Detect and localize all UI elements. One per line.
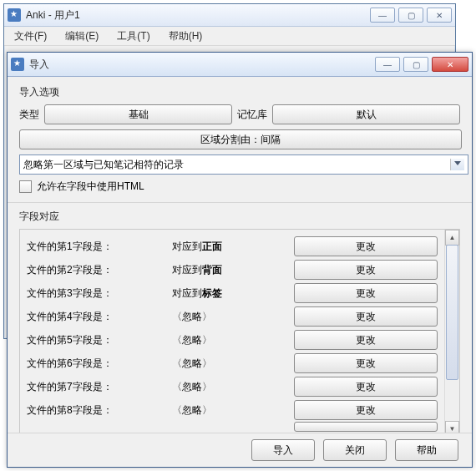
dialog-footer: 导入 关闭 帮助 [8, 433, 472, 467]
field-mapping-area: 文件的第1字段是：对应到正面更改文件的第2字段是：对应到背面更改文件的第3字段是… [19, 229, 460, 438]
import-button[interactable]: 导入 [251, 439, 315, 461]
mapped-to-label: 〈忽略〉 [172, 357, 289, 371]
change-mapping-button[interactable]: 更改 [294, 306, 438, 327]
file-field-label: 文件的第3字段是： [27, 286, 169, 301]
menu-edit[interactable]: 编辑(E) [62, 28, 102, 45]
main-title: Anki - 用户1 [26, 8, 80, 23]
maximize-button[interactable]: ▢ [398, 8, 423, 23]
app-icon [11, 58, 24, 71]
field-mapping-list: 文件的第1字段是：对应到正面更改文件的第2字段是：对应到背面更改文件的第3字段是… [20, 230, 444, 437]
main-window-controls: — ▢ ✕ [370, 8, 452, 23]
import-title: 导入 [29, 58, 49, 72]
field-mapping-row: 文件的第1字段是：对应到正面更改 [27, 235, 438, 258]
mapped-to-label: 〈忽略〉 [172, 403, 289, 418]
menu-help[interactable]: 帮助(H) [165, 28, 206, 45]
help-button[interactable]: 帮助 [395, 439, 458, 461]
dedupe-value: 忽略第一区域与已知笔记相符的记录 [23, 158, 184, 172]
field-mapping-row: 文件的第3字段是：对应到标签更改 [27, 281, 438, 305]
field-mapping-row: 文件的第4字段是：〈忽略〉更改 [27, 305, 438, 328]
scrollbar[interactable]: ▲ ▼ [444, 230, 459, 437]
scroll-up-button[interactable]: ▲ [445, 230, 459, 246]
file-field-label: 文件的第4字段是： [27, 310, 169, 324]
mapped-to-label: 〈忽略〉 [172, 310, 289, 324]
field-mapping-row [27, 422, 438, 432]
field-mapping-row: 文件的第8字段是：〈忽略〉更改 [27, 398, 438, 422]
menubar: 文件(F) 编辑(E) 工具(T) 帮助(H) [4, 27, 455, 46]
maximize-button[interactable]: ▢ [403, 57, 428, 72]
close-button[interactable]: ✕ [427, 8, 452, 23]
mapped-to-label: 对应到标签 [172, 286, 289, 301]
close-button[interactable]: ✕ [432, 57, 468, 72]
note-type-button[interactable]: 基础 [44, 104, 232, 124]
mapped-to-label: 〈忽略〉 [172, 333, 289, 347]
dedupe-select[interactable]: 忽略第一区域与已知笔记相符的记录 [19, 154, 468, 175]
options-heading: 导入选项 [19, 85, 460, 99]
allow-html-label: 允许在字段中使用HTML [37, 180, 144, 194]
menu-file[interactable]: 文件(F) [11, 28, 50, 45]
change-mapping-button[interactable]: 更改 [294, 283, 438, 303]
close-dialog-button[interactable]: 关闭 [323, 439, 387, 461]
chevron-down-icon [454, 161, 461, 165]
change-mapping-button[interactable]: 更改 [294, 353, 438, 373]
deck-value: 默认 [357, 108, 377, 122]
change-mapping-button[interactable]: 更改 [294, 330, 438, 350]
field-mapping-row: 文件的第6字段是：〈忽略〉更改 [27, 352, 438, 375]
file-field-label: 文件的第1字段是： [27, 240, 169, 254]
mapped-to-label: 对应到背面 [172, 263, 289, 277]
change-mapping-button[interactable]: 更改 [294, 400, 438, 420]
field-mapping-row: 文件的第7字段是：〈忽略〉更改 [27, 375, 438, 398]
separator [8, 202, 472, 203]
deck-label: 记忆库 [237, 108, 267, 122]
file-field-label: 文件的第7字段是： [27, 380, 169, 394]
menu-tools[interactable]: 工具(T) [114, 28, 153, 45]
field-mapping-row: 文件的第5字段是：〈忽略〉更改 [27, 328, 438, 352]
delimiter-button[interactable]: 区域分割由：间隔 [19, 129, 462, 149]
deck-button[interactable]: 默认 [272, 104, 460, 124]
file-field-label: 文件的第8字段是： [27, 403, 169, 418]
note-type-value: 基础 [129, 108, 149, 122]
allow-html-checkbox[interactable] [19, 180, 32, 193]
main-titlebar: Anki - 用户1 — ▢ ✕ [4, 4, 455, 27]
file-field-label: 文件的第2字段是： [27, 263, 169, 277]
scroll-thumb[interactable] [446, 245, 458, 380]
import-titlebar: 导入 — ▢ ✕ [8, 53, 472, 77]
delimiter-value: 区域分割由：间隔 [200, 133, 281, 147]
import-window-controls: — ▢ ✕ [375, 57, 468, 72]
change-mapping-button[interactable] [294, 422, 438, 432]
scroll-track[interactable] [445, 245, 459, 422]
minimize-button[interactable]: — [370, 8, 395, 23]
change-mapping-button[interactable]: 更改 [294, 260, 438, 280]
import-content: 导入选项 类型 基础 记忆库 默认 区域分割由：间隔 忽略第一区域与已知笔记相符… [8, 77, 472, 443]
field-mapping-row: 文件的第2字段是：对应到背面更改 [27, 258, 438, 281]
change-mapping-button[interactable]: 更改 [294, 236, 438, 256]
app-icon [8, 8, 21, 22]
mapped-to-label: 对应到正面 [172, 240, 289, 254]
file-field-label: 文件的第5字段是： [27, 333, 169, 347]
type-label: 类型 [19, 108, 39, 122]
change-mapping-button[interactable]: 更改 [294, 377, 438, 397]
mapping-heading: 字段对应 [19, 210, 460, 224]
mapped-to-label: 〈忽略〉 [172, 380, 289, 394]
minimize-button[interactable]: — [375, 57, 400, 72]
import-dialog: 导入 — ▢ ✕ 导入选项 类型 基础 记忆库 默认 区域分割由：间隔 忽略第一… [7, 52, 473, 468]
file-field-label: 文件的第6字段是： [27, 357, 169, 371]
